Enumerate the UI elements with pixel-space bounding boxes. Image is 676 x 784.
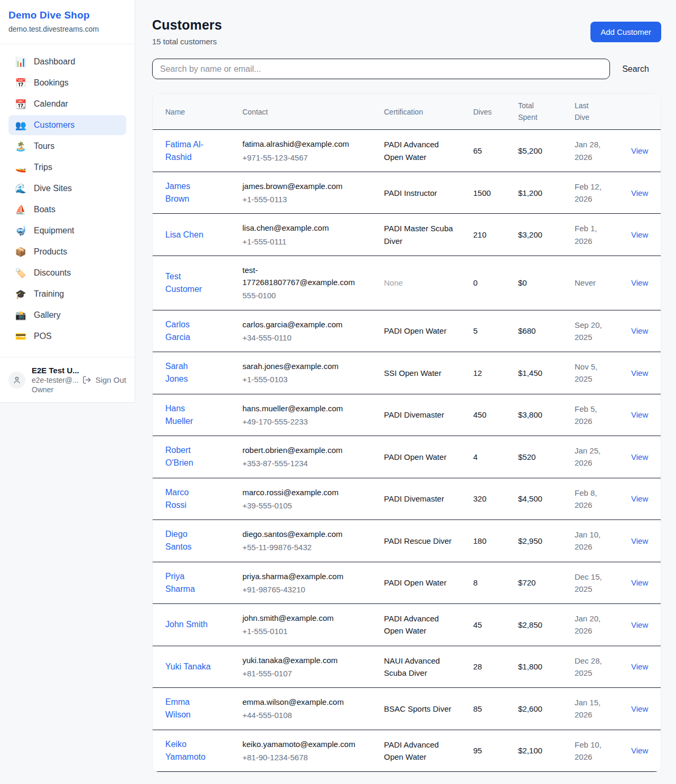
nav-item-label: Boats <box>34 205 55 214</box>
page-subtitle: 15 total customers <box>152 37 222 46</box>
cell-last-dive: Jan 28, 2026 <box>575 130 631 172</box>
table-row: Priya Sharma priya.sharma@example.com +9… <box>153 562 661 604</box>
customers-table: Name Contact Certification Dives Total S… <box>153 94 661 772</box>
cell-contact: carlos.garcia@example.com +34-555-0110 <box>242 310 384 352</box>
view-link[interactable]: View <box>631 188 648 197</box>
cell-certification: PADI Rescue Diver <box>384 520 473 562</box>
cell-total-spent: $0 <box>518 256 575 310</box>
sidebar-item-tours[interactable]: 🏝️ Tours <box>8 136 126 156</box>
customer-name-link[interactable]: Test Customer <box>165 270 212 296</box>
user-section: E2E Test U... e2e-tester@... Owner Sign … <box>0 357 135 402</box>
table-row: Diego Santos diego.santos@example.com +5… <box>153 520 661 562</box>
page-title: Customers <box>152 17 222 33</box>
view-link[interactable]: View <box>631 452 648 461</box>
nav-item-icon: 🌊 <box>15 184 26 193</box>
sidebar-item-equipment[interactable]: 🤿 Equipment <box>8 221 126 241</box>
customer-name-link[interactable]: Fatima Al-Rashid <box>165 138 212 164</box>
cell-dives: 45 <box>473 604 518 646</box>
sidebar-item-bookings[interactable]: 📅 Bookings <box>8 73 126 93</box>
cell-certification: PADI Master Scuba Diver <box>384 214 473 256</box>
column-header-total-spent: Total Spent <box>518 94 575 130</box>
view-link[interactable]: View <box>631 662 648 671</box>
nav-item-icon: 🎓 <box>15 290 26 299</box>
customer-name-link[interactable]: Marco Rossi <box>165 486 212 512</box>
view-link[interactable]: View <box>631 146 648 155</box>
customer-name-link[interactable]: Diego Santos <box>165 528 212 553</box>
nav-item-label: Bookings <box>34 78 69 88</box>
table-row: James Brown james.brown@example.com +1-5… <box>153 172 661 214</box>
customer-name-link[interactable]: James Brown <box>165 180 212 205</box>
customer-name-link[interactable]: Lisa Chen <box>165 229 203 241</box>
view-link[interactable]: View <box>631 620 648 629</box>
cell-name: Sarah Jones <box>153 352 242 394</box>
customer-email: priya.sharma@example.com <box>242 570 359 582</box>
cell-actions: View <box>631 130 661 172</box>
nav-item-icon: 🚤 <box>15 163 26 172</box>
view-link[interactable]: View <box>631 230 648 239</box>
sidebar-item-pos[interactable]: 💳 POS <box>8 326 126 346</box>
view-link[interactable]: View <box>631 326 648 335</box>
customer-certification: None <box>384 277 454 289</box>
customer-email: marco.rossi@example.com <box>242 486 359 498</box>
customer-email: sarah.jones@example.com <box>242 360 359 372</box>
cell-dives: 12 <box>473 352 518 394</box>
add-customer-button[interactable]: Add Customer <box>590 22 661 42</box>
customer-name-link[interactable]: Keiko Yamamoto <box>165 738 212 763</box>
customer-certification: PADI Instructor <box>384 187 454 199</box>
sidebar-item-dashboard[interactable]: 📊 Dashboard <box>8 52 126 72</box>
cell-last-dive: Feb 8, 2026 <box>575 478 631 520</box>
sidebar-item-dive-sites[interactable]: 🌊 Dive Sites <box>8 178 126 199</box>
sidebar-item-training[interactable]: 🎓 Training <box>8 284 126 304</box>
cell-actions: View <box>631 436 661 478</box>
sidebar-item-trips[interactable]: 🚤 Trips <box>8 157 126 177</box>
customer-email: diego.santos@example.com <box>242 528 359 540</box>
page-header: Customers 15 total customers Add Custome… <box>152 0 661 46</box>
view-link[interactable]: View <box>631 494 648 503</box>
customer-certification: PADI Open Water <box>384 577 454 589</box>
customer-name-link[interactable]: Robert O'Brien <box>165 444 212 469</box>
customer-name-link[interactable]: Sarah Jones <box>165 360 212 385</box>
user-role: Owner <box>32 385 76 394</box>
customer-phone: +1-555-0111 <box>242 235 359 248</box>
table-row: Fatima Al-Rashid fatima.alrashid@example… <box>153 130 661 172</box>
sidebar-item-calendar[interactable]: 📆 Calendar <box>8 94 126 114</box>
column-header-dives: Dives <box>473 94 518 130</box>
view-link[interactable]: View <box>631 410 648 419</box>
cell-contact: emma.wilson@example.com +44-555-0108 <box>242 688 384 730</box>
search-input[interactable] <box>152 59 610 79</box>
cell-name: Yuki Tanaka <box>153 646 242 688</box>
cell-certification: PADI Open Water <box>384 310 473 352</box>
cell-certification: PADI Instructor <box>384 172 473 214</box>
cell-dives: 450 <box>473 394 518 436</box>
customer-name-link[interactable]: Priya Sharma <box>165 570 212 596</box>
customer-name-link[interactable]: Carlos Garcia <box>165 318 212 344</box>
view-link[interactable]: View <box>631 278 648 287</box>
sign-out-label: Sign Out <box>96 375 126 384</box>
sidebar-item-products[interactable]: 📦 Products <box>8 242 126 262</box>
customer-name-link[interactable]: Hans Mueller <box>165 402 212 428</box>
cell-name: Diego Santos <box>153 520 242 562</box>
customer-certification: PADI Advanced Open Water <box>384 739 454 763</box>
nav-item-label: Training <box>34 289 64 299</box>
view-link[interactable]: View <box>631 746 648 755</box>
view-link[interactable]: View <box>631 578 648 587</box>
sidebar-item-gallery[interactable]: 📸 Gallery <box>8 305 126 325</box>
customer-email: carlos.garcia@example.com <box>242 318 359 330</box>
view-link[interactable]: View <box>631 704 648 713</box>
cell-contact: priya.sharma@example.com +91-98765-43210 <box>242 562 384 604</box>
customer-name-link[interactable]: John Smith <box>165 618 208 631</box>
sidebar-item-customers[interactable]: 👥 Customers <box>8 115 126 135</box>
customer-name-link[interactable]: Emma Wilson <box>165 696 212 721</box>
sidebar-item-boats[interactable]: ⛵ Boats <box>8 200 126 220</box>
sidebar-item-discounts[interactable]: 🏷️ Discounts <box>8 263 126 283</box>
customer-name-link[interactable]: Yuki Tanaka <box>165 660 211 673</box>
view-link[interactable]: View <box>631 369 648 377</box>
cell-certification: PADI Advanced Open Water <box>384 604 473 646</box>
search-button[interactable]: Search <box>617 60 654 78</box>
cell-total-spent: $1,200 <box>518 172 575 214</box>
nav-item-label: Equipment <box>34 226 74 235</box>
view-link[interactable]: View <box>631 536 648 545</box>
sign-out-button[interactable]: Sign Out <box>82 375 126 384</box>
customer-phone: 555-0100 <box>242 289 359 301</box>
column-header-last-dive: Last Dive <box>575 94 631 130</box>
